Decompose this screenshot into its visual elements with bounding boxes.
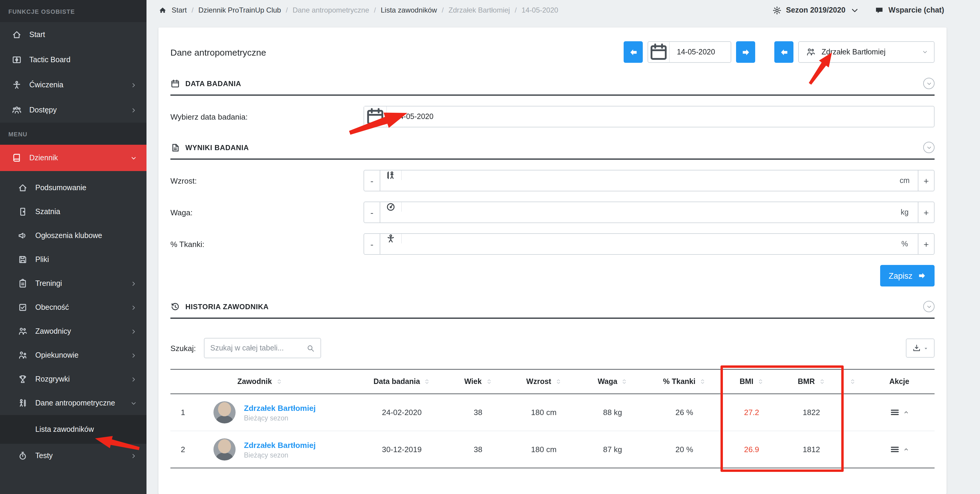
chevron-right-icon bbox=[130, 304, 137, 311]
home-icon bbox=[12, 30, 22, 40]
collapse-section-button[interactable] bbox=[923, 142, 935, 153]
sidebar-subitem-label: Treningi bbox=[35, 279, 62, 288]
sort-icon[interactable] bbox=[850, 378, 856, 385]
season-selector[interactable]: Sezon 2019/2020 bbox=[772, 6, 859, 14]
sort-icon[interactable] bbox=[486, 378, 492, 385]
date-display[interactable]: 14-05-2020 bbox=[648, 41, 731, 63]
sidebar-item-label: Dziennik bbox=[29, 154, 58, 162]
sort-icon[interactable] bbox=[424, 378, 430, 385]
export-button[interactable] bbox=[906, 338, 935, 358]
players-icon bbox=[806, 47, 816, 57]
sidebar-subitem[interactable]: Ogłoszenia klubowe bbox=[0, 224, 146, 248]
player-link[interactable]: Zdrzałek Bartłomiej bbox=[244, 440, 316, 449]
sidebar-subitem-label: Pliki bbox=[35, 255, 49, 264]
sidebar-subitem[interactable]: Obecność bbox=[0, 295, 146, 319]
support-chat-link[interactable]: Wsparcie (chat) bbox=[875, 6, 944, 14]
sidebar-item-dziennik[interactable]: Dziennik bbox=[0, 145, 146, 171]
sidebar-item[interactable]: Ćwiczenia bbox=[0, 72, 146, 97]
sidebar-subitem[interactable]: Zawodnicy bbox=[0, 319, 146, 343]
breadcrumb-item[interactable]: / Dane antropometryczne bbox=[281, 6, 369, 14]
sidebar-section-menu-header: MENU bbox=[0, 123, 146, 145]
sidebar-subitem-label: Dane antropometryczne bbox=[35, 399, 115, 407]
cell-bmr: 1812 bbox=[781, 445, 841, 454]
col-wiek: Wiek bbox=[464, 378, 482, 386]
date-value: 14-05-2020 bbox=[670, 48, 715, 56]
download-icon bbox=[912, 344, 921, 352]
table-row[interactable]: 2 Zdrzałek Bartłomiej Bieżący sezon 30-1… bbox=[170, 431, 935, 468]
cell-height: 180 cm bbox=[509, 408, 578, 417]
files-icon bbox=[18, 255, 27, 265]
breadcrumb-item[interactable]: / Start bbox=[172, 6, 187, 14]
history-icon bbox=[170, 302, 180, 311]
calendar-icon bbox=[648, 42, 670, 62]
chevron-right-icon bbox=[130, 400, 137, 406]
trainings-icon bbox=[18, 279, 27, 288]
sidebar-subitem[interactable]: Opiekunowie bbox=[0, 343, 146, 367]
sidebar-item[interactable]: Start bbox=[0, 22, 146, 47]
breadcrumb-item[interactable]: / Zdrzałek Bartłomiej bbox=[437, 6, 510, 14]
sidebar-subitem[interactable]: Pliki bbox=[0, 248, 146, 271]
sort-icon[interactable] bbox=[757, 378, 764, 385]
measurement-label: % Tkanki: bbox=[170, 239, 364, 249]
col-bmi: BMI bbox=[740, 378, 753, 386]
chevron-right-icon bbox=[130, 81, 137, 88]
chevron-down-icon bbox=[922, 49, 928, 55]
row-actions-button[interactable] bbox=[890, 407, 909, 418]
increment-button[interactable]: + bbox=[918, 171, 934, 191]
section-wyniki-badania: WYNIKI BADANIA bbox=[170, 142, 935, 160]
player-avatar bbox=[213, 438, 235, 461]
next-date-button[interactable] bbox=[736, 41, 755, 63]
sidebar-subitem[interactable]: Dane antropometryczne bbox=[0, 391, 146, 415]
decrement-button[interactable]: - bbox=[364, 202, 380, 223]
sidebar-subitem[interactable]: Treningi bbox=[0, 271, 146, 295]
collapse-section-button[interactable] bbox=[923, 301, 935, 312]
breadcrumb-item[interactable]: / Lista zawodników bbox=[369, 6, 437, 14]
body-fat-icon bbox=[380, 234, 402, 244]
row-actions-button[interactable] bbox=[890, 445, 909, 454]
table-body: 1 Zdrzałek Bartłomiej Bieżący sezon 24-0… bbox=[170, 394, 935, 468]
prev-player-button[interactable] bbox=[774, 41, 794, 63]
table-search-input[interactable] bbox=[210, 344, 306, 352]
prev-date-button[interactable] bbox=[624, 41, 643, 63]
sort-icon[interactable] bbox=[555, 378, 562, 385]
exam-date-input[interactable]: 14-05-2020 bbox=[364, 106, 935, 127]
sidebar-item[interactable]: Dostępy bbox=[0, 97, 146, 123]
sort-icon[interactable] bbox=[700, 378, 706, 385]
chevron-up-icon bbox=[904, 410, 909, 415]
home-icon[interactable] bbox=[158, 6, 167, 14]
measurement-input[interactable] bbox=[402, 234, 891, 254]
app-root: FUNKCJE OSOBISTE Start Tactic Board Ćwi bbox=[0, 0, 980, 494]
content-card: Dane antropometryczne 14-05-2020 Zdrzałe bbox=[158, 27, 947, 494]
height-icon bbox=[380, 171, 402, 180]
cell-weight: 88 kg bbox=[578, 408, 647, 417]
arrow-right-icon bbox=[741, 48, 750, 56]
sort-icon[interactable] bbox=[819, 378, 825, 385]
sort-icon[interactable] bbox=[276, 378, 282, 385]
sidebar-subitem[interactable]: Rozgrywki bbox=[0, 367, 146, 391]
increment-button[interactable]: + bbox=[918, 234, 934, 254]
guardians-icon bbox=[18, 351, 27, 360]
player-link[interactable]: Zdrzałek Bartłomiej bbox=[244, 403, 316, 413]
decrement-button[interactable]: - bbox=[364, 234, 380, 254]
sidebar-subitem[interactable]: Szatnia bbox=[0, 200, 146, 224]
measurement-input[interactable] bbox=[402, 171, 891, 191]
sidebar-subitem[interactable]: Podsumowanie bbox=[0, 176, 146, 200]
decrement-button[interactable]: - bbox=[364, 171, 380, 191]
sort-icon[interactable] bbox=[622, 378, 627, 385]
col-wzrost: Wzrost bbox=[526, 378, 551, 386]
sidebar-item[interactable]: Tactic Board bbox=[0, 47, 146, 72]
table-row[interactable]: 1 Zdrzałek Bartłomiej Bieżący sezon 24-0… bbox=[170, 394, 935, 431]
increment-button[interactable]: + bbox=[918, 202, 934, 223]
sidebar-subitem[interactable]: Testy bbox=[0, 444, 146, 468]
player-select[interactable]: Zdrzałek Bartłomiej bbox=[798, 41, 935, 63]
measurement-input[interactable] bbox=[402, 202, 891, 223]
breadcrumb-item[interactable]: / Dziennik ProTrainUp Club bbox=[187, 6, 281, 14]
sidebar-subitem[interactable]: Lista zawodników bbox=[0, 415, 146, 444]
col-data-badania: Data badania bbox=[374, 378, 420, 386]
calendar-icon bbox=[364, 107, 387, 127]
locker-room-icon bbox=[18, 207, 27, 217]
breadcrumb-item[interactable]: / 14-05-2020 bbox=[510, 6, 558, 14]
collapse-section-button[interactable] bbox=[923, 78, 935, 89]
save-button[interactable]: Zapisz bbox=[880, 265, 935, 287]
sidebar-item-label: Dostępy bbox=[29, 106, 57, 114]
